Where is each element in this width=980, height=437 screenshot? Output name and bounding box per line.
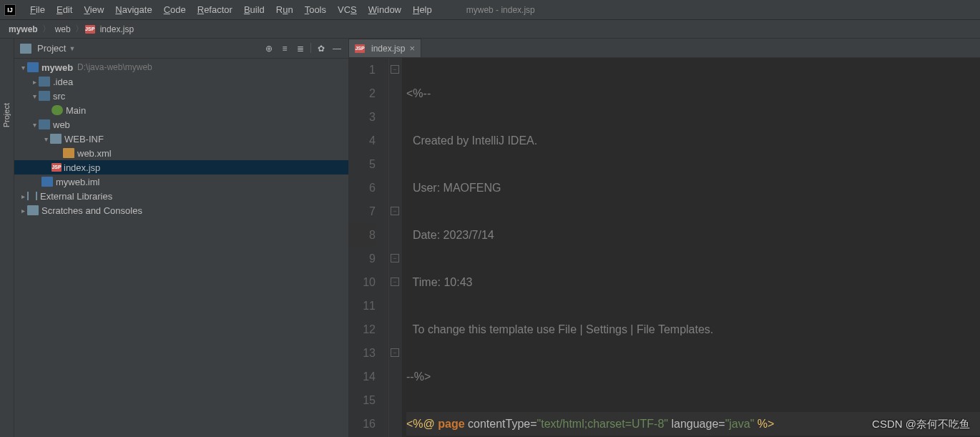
fold-gutter[interactable]: − − − − − (389, 58, 402, 437)
web-folder-icon (39, 119, 50, 129)
menu-edit[interactable]: Edit (51, 4, 78, 15)
xml-file-icon (63, 148, 74, 158)
folder-icon (39, 77, 50, 87)
project-tool-button[interactable]: Project (2, 103, 11, 127)
chevron-down-icon[interactable]: ▾ (19, 64, 27, 72)
tree-item-iml[interactable]: myweb.iml (14, 175, 348, 189)
tree-label: myweb.iml (56, 177, 99, 187)
jsp-file-icon: JSP (85, 25, 95, 34)
tree-label: web (53, 119, 70, 130)
tree-item-webinf[interactable]: ▾ WEB-INF (14, 132, 348, 146)
menu-file[interactable]: File (24, 4, 51, 15)
tree-item-main[interactable]: Main (14, 103, 348, 117)
crumb-file[interactable]: index.jsp (97, 24, 137, 34)
left-gutter: Project (0, 39, 14, 437)
tree-path: D:\java-web\myweb (77, 62, 152, 72)
editor-area: JSP index.jsp × 1 2 3 4 5 6 7 8 9 10 11 … (349, 39, 980, 437)
menu-run[interactable]: Run (270, 4, 299, 15)
menu-tools[interactable]: Tools (299, 4, 332, 15)
chevron-down-icon[interactable]: ▾ (30, 121, 39, 129)
tree-label: .idea (53, 77, 73, 87)
panel-title-label: Project (37, 43, 66, 54)
menu-build[interactable]: Build (238, 4, 270, 15)
folder-icon (50, 134, 62, 144)
tree-item-web[interactable]: ▾ web (14, 117, 348, 132)
module-icon (27, 62, 39, 72)
locate-icon[interactable]: ⊕ (263, 43, 275, 54)
chevron-down-icon[interactable]: ▾ (41, 135, 50, 143)
tree-item-src[interactable]: ▾ src (14, 89, 348, 103)
tab-label: index.jsp (371, 44, 405, 54)
line-gutter[interactable]: 1 2 3 4 5 6 7 8 9 10 11 12 13 14 15 16 (349, 58, 389, 437)
tree-label: index.jsp (64, 162, 100, 173)
project-view-selector[interactable]: Project ▼ (20, 43, 263, 54)
menu-help[interactable]: Help (407, 4, 438, 15)
fold-icon[interactable]: − (391, 278, 399, 286)
gear-icon[interactable]: ✿ (315, 43, 327, 54)
project-panel-header: Project ▼ ⊕ ≡ ≣ ✿ — (14, 39, 348, 59)
tree-item-scratches[interactable]: ▸ Scratches and Consoles (14, 203, 348, 217)
hide-icon[interactable]: — (331, 43, 343, 54)
tree-label: Scratches and Consoles (41, 205, 142, 216)
tree-label: web.xml (77, 148, 112, 159)
fold-icon[interactable]: − (391, 254, 399, 262)
chevron-down-icon[interactable]: ▾ (30, 92, 39, 100)
fold-icon[interactable]: − (391, 65, 399, 74)
chevron-right-icon: 〉 (74, 23, 85, 35)
chevron-right-icon[interactable]: ▸ (19, 207, 27, 215)
menu-refactor[interactable]: Refactor (192, 4, 238, 15)
library-icon (27, 192, 37, 200)
tree-item-indexjsp[interactable]: JSP index.jsp (14, 160, 348, 175)
jsp-file-icon: JSP (52, 163, 62, 172)
window-title: myweb - index.jsp (466, 5, 535, 15)
tab-indexjsp[interactable]: JSP index.jsp × (349, 39, 421, 57)
code-content[interactable]: <%-- Created by IntelliJ IDEA. User: MAO… (402, 58, 980, 437)
crumb-folder[interactable]: web (52, 24, 74, 34)
chevron-right-icon[interactable]: ▸ (19, 192, 27, 200)
tree-label: WEB-INF (64, 134, 104, 144)
tree-label: Main (66, 105, 86, 116)
fold-icon[interactable]: − (391, 348, 399, 357)
breadcrumb: myweb 〉 web 〉 JSP index.jsp (0, 20, 980, 39)
project-panel: Project ▼ ⊕ ≡ ≣ ✿ — ▾ myweb D:\java-web\… (14, 39, 349, 437)
tree-item-webxml[interactable]: web.xml (14, 146, 348, 160)
close-icon[interactable]: × (409, 43, 415, 54)
app-icon: IJ (4, 4, 16, 16)
scratch-icon (27, 205, 39, 215)
crumb-project[interactable]: myweb (6, 24, 41, 34)
jsp-file-icon: JSP (355, 44, 365, 53)
project-icon (20, 44, 31, 54)
menu-window[interactable]: Window (363, 4, 407, 15)
chevron-right-icon: 〉 (41, 23, 52, 35)
fold-icon[interactable]: − (391, 207, 399, 215)
tree-item-external-libs[interactable]: ▸ External Libraries (14, 189, 348, 203)
menu-navigate[interactable]: Navigate (109, 4, 157, 15)
tree-label: myweb (41, 62, 73, 73)
collapse-all-icon[interactable]: ≣ (295, 43, 306, 54)
menu-code[interactable]: Code (158, 4, 192, 15)
menu-vcs[interactable]: VCS (332, 4, 363, 15)
expand-all-icon[interactable]: ≡ (279, 43, 290, 54)
chevron-right-icon[interactable]: ▸ (30, 78, 39, 86)
code-editor[interactable]: 1 2 3 4 5 6 7 8 9 10 11 12 13 14 15 16 −… (349, 58, 980, 437)
source-folder-icon (39, 91, 50, 101)
chevron-down-icon: ▼ (69, 45, 75, 52)
class-icon (52, 105, 63, 115)
tree-label: External Libraries (40, 191, 112, 202)
tree-root[interactable]: ▾ myweb D:\java-web\myweb (14, 60, 348, 74)
tree-label: src (53, 91, 65, 102)
tree-item-idea[interactable]: ▸ .idea (14, 74, 348, 89)
iml-file-icon (41, 177, 53, 187)
menu-bar: IJ File Edit View Navigate Code Refactor… (0, 0, 980, 20)
menu-view[interactable]: View (78, 4, 109, 15)
project-tree[interactable]: ▾ myweb D:\java-web\myweb ▸ .idea ▾ src … (14, 59, 348, 437)
editor-tabs: JSP index.jsp × (349, 39, 980, 58)
